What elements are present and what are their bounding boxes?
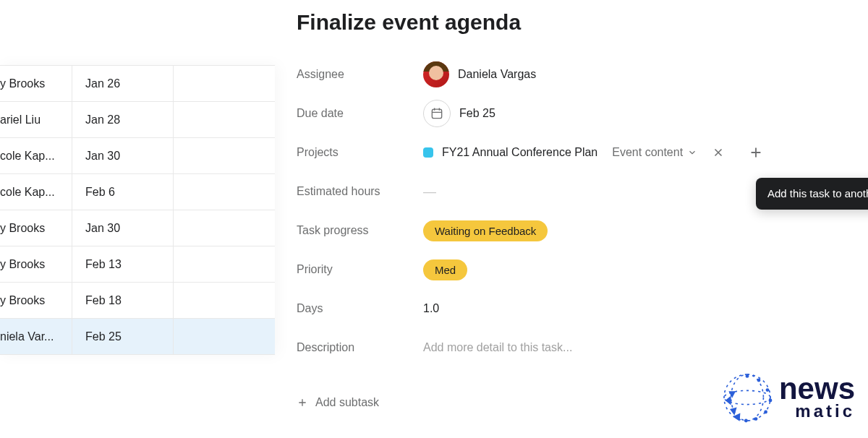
priority-row: Priority Med [297,250,854,289]
date-cell[interactable]: Feb 6 [72,174,174,210]
due-date-label: Due date [297,107,423,120]
priority-value[interactable]: Med [423,259,854,280]
table-row[interactable]: cole Kap...Feb 6 [0,174,275,210]
description-label: Description [297,341,423,354]
chevron-down-icon [687,147,697,158]
svg-point-13 [744,419,748,423]
table-row[interactable]: y BrooksJan 30 [0,210,275,246]
projects-value: FY21 Annual Conference Plan Event conten… [423,145,854,160]
add-subtask-label: Add subtask [315,396,379,409]
priority-label: Priority [297,263,423,276]
days-label: Days [297,302,423,315]
svg-point-9 [766,388,770,392]
projects-row: Projects FY21 Annual Conference Plan Eve… [297,133,854,172]
assignee-cell[interactable]: cole Kap... [0,138,72,173]
empty-cell [174,210,275,246]
task-progress-label: Task progress [297,224,423,237]
estimated-hours-label: Estimated hours [297,185,423,198]
svg-point-7 [746,374,749,378]
assignee-row: Assignee Daniela Vargas [297,55,854,94]
description-value[interactable]: Add more detail to this task... [423,341,854,354]
watermark-text-1: news [779,374,855,404]
empty-cell [174,174,275,210]
svg-marker-4 [730,408,737,416]
svg-point-12 [754,417,758,421]
date-cell[interactable]: Jan 30 [72,210,174,246]
watermark-logo: news matic [718,372,855,424]
estimated-hours-dash: — [423,184,436,199]
svg-point-11 [764,411,767,414]
assignee-cell[interactable]: niela Var... [0,319,72,354]
table-row[interactable]: niela Var...Feb 25 [0,319,275,355]
remove-project-icon[interactable] [712,146,725,159]
task-progress-value[interactable]: Waiting on Feedback [423,220,854,241]
task-list-table: y BrooksJan 26ariel LiuJan 28cole Kap...… [0,65,275,355]
project-color-chip [423,147,433,158]
description-placeholder: Add more detail to this task... [423,341,572,354]
date-cell[interactable]: Jan 28 [72,102,174,137]
progress-badge[interactable]: Waiting on Feedback [423,220,548,241]
task-title[interactable]: Finalize event agenda [297,10,854,35]
empty-cell [174,283,275,318]
project-section-label: Event content [612,146,683,159]
empty-cell [174,246,275,282]
svg-rect-0 [432,109,441,119]
date-cell[interactable]: Feb 25 [72,319,174,354]
days-text: 1.0 [423,302,439,315]
assignee-cell[interactable]: ariel Liu [0,102,72,137]
date-cell[interactable]: Feb 18 [72,283,174,318]
svg-point-10 [769,399,773,403]
assignee-value[interactable]: Daniela Vargas [423,61,854,87]
table-row[interactable]: y BrooksFeb 18 [0,283,275,319]
days-row: Days 1.0 [297,289,854,328]
empty-cell [174,66,275,101]
project-section-dropdown[interactable]: Event content [612,146,697,159]
days-value[interactable]: 1.0 [423,302,854,315]
date-cell[interactable]: Jan 30 [72,138,174,173]
empty-cell [174,138,275,173]
due-date-row: Due date Feb 25 [297,94,854,133]
svg-marker-3 [726,396,731,405]
assignee-label: Assignee [297,68,423,81]
estimated-hours-value[interactable]: — [423,184,854,199]
assignee-name: Daniela Vargas [458,68,536,81]
table-row[interactable]: y BrooksJan 26 [0,66,275,102]
assignee-cell[interactable]: y Brooks [0,246,72,282]
empty-cell [174,319,275,354]
table-row[interactable]: y BrooksFeb 13 [0,246,275,283]
assignee-cell[interactable]: y Brooks [0,210,72,246]
globe-icon [718,372,776,424]
assignee-cell[interactable]: y Brooks [0,283,72,318]
empty-cell [174,102,275,137]
task-progress-row: Task progress Waiting on Feedback [297,211,854,250]
table-row[interactable]: cole Kap...Jan 30 [0,138,275,174]
plus-icon [297,397,308,408]
date-cell[interactable]: Jan 26 [72,66,174,101]
project-name[interactable]: FY21 Annual Conference Plan [442,146,597,159]
date-cell[interactable]: Feb 13 [72,246,174,282]
calendar-icon[interactable] [423,100,451,127]
priority-badge[interactable]: Med [423,259,467,280]
table-row[interactable]: ariel LiuJan 28 [0,102,275,138]
projects-label: Projects [297,146,423,159]
due-date-text: Feb 25 [459,107,495,120]
assignee-cell[interactable]: y Brooks [0,66,72,101]
svg-point-8 [757,379,761,382]
assignee-cell[interactable]: cole Kap... [0,174,72,210]
due-date-value[interactable]: Feb 25 [423,100,854,127]
avatar[interactable] [423,61,449,87]
add-project-icon[interactable] [748,145,764,160]
description-row: Description Add more detail to this task… [297,328,854,367]
